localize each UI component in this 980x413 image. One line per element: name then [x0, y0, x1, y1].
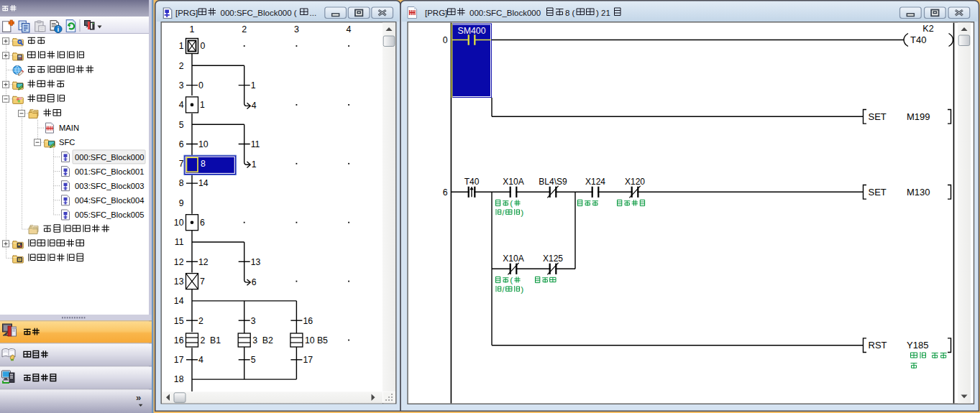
- svg-text:X120: X120: [625, 177, 645, 187]
- svg-text:»: »: [136, 392, 141, 403]
- svg-text:8 (: 8 (: [565, 9, 575, 17]
- svg-text:0: 0: [198, 80, 203, 91]
- svg-text:/: /: [503, 208, 505, 217]
- svg-text:T40: T40: [464, 177, 480, 187]
- svg-text:SFC: SFC: [59, 138, 75, 147]
- svg-text:4: 4: [252, 101, 257, 111]
- svg-text:10: 10: [198, 139, 209, 149]
- svg-text:): ): [521, 208, 523, 218]
- svg-text:MAIN: MAIN: [59, 124, 79, 132]
- svg-text:10: 10: [174, 218, 184, 228]
- svg-text:4: 4: [179, 100, 184, 110]
- svg-text:6: 6: [443, 187, 448, 198]
- svg-text:3: 3: [252, 335, 257, 345]
- svg-text:13: 13: [174, 277, 184, 287]
- svg-text:3: 3: [251, 316, 256, 326]
- svg-text:5: 5: [251, 355, 256, 365]
- svg-text:1: 1: [251, 80, 256, 91]
- svg-text:SM400: SM400: [458, 26, 486, 36]
- svg-text:15: 15: [174, 316, 184, 326]
- svg-text:[PRG]: [PRG]: [175, 9, 198, 17]
- svg-text:SET: SET: [869, 111, 887, 122]
- svg-text:005:SFC_Block005: 005:SFC_Block005: [75, 210, 144, 219]
- svg-text:X124: X124: [585, 177, 605, 187]
- svg-text:1: 1: [252, 159, 257, 170]
- svg-text:[PRG]: [PRG]: [425, 9, 447, 17]
- svg-text:8: 8: [179, 178, 184, 188]
- svg-text:10: 10: [305, 335, 315, 345]
- svg-text:5: 5: [179, 120, 184, 130]
- svg-text:) 21: ) 21: [596, 9, 610, 17]
- svg-text:9: 9: [179, 198, 184, 208]
- svg-text:X10A: X10A: [503, 254, 523, 264]
- svg-text:7: 7: [200, 277, 205, 287]
- svg-text:B2: B2: [262, 335, 273, 345]
- svg-text:BL4\S9: BL4\S9: [539, 177, 567, 187]
- svg-text:SET: SET: [869, 187, 887, 198]
- svg-text:14: 14: [174, 296, 184, 306]
- svg-text:1: 1: [190, 24, 195, 34]
- svg-text:4: 4: [198, 355, 203, 365]
- svg-text:000:SFC_Block000: 000:SFC_Block000: [75, 153, 144, 162]
- svg-text:0: 0: [201, 41, 206, 51]
- svg-text:3: 3: [179, 80, 184, 91]
- svg-text:001:SFC_Block001: 001:SFC_Block001: [75, 167, 144, 176]
- svg-text:1: 1: [179, 41, 184, 51]
- svg-text:2: 2: [198, 316, 203, 326]
- svg-text:M130: M130: [907, 187, 930, 198]
- svg-text:16: 16: [174, 335, 184, 345]
- svg-text:(: (: [510, 198, 513, 208]
- svg-text:RST: RST: [869, 340, 887, 351]
- svg-text:(: (: [510, 275, 513, 285]
- svg-text:12: 12: [174, 257, 184, 267]
- svg-text:14: 14: [198, 178, 209, 188]
- svg-text:6: 6: [252, 277, 257, 287]
- svg-text:000:SFC_Block000: 000:SFC_Block000: [470, 9, 541, 17]
- svg-text:2: 2: [242, 24, 247, 34]
- svg-text:13: 13: [251, 257, 261, 267]
- svg-text:Y185: Y185: [907, 340, 928, 351]
- svg-text:B1: B1: [210, 335, 221, 345]
- svg-text:1: 1: [200, 100, 205, 110]
- svg-text:K2: K2: [922, 24, 933, 34]
- svg-text:0: 0: [443, 35, 448, 45]
- svg-text:11: 11: [251, 139, 260, 149]
- svg-text:18: 18: [174, 374, 184, 384]
- svg-text:4: 4: [347, 24, 352, 34]
- svg-text:T40: T40: [910, 34, 926, 45]
- svg-text:M199: M199: [907, 111, 930, 122]
- svg-text:6: 6: [200, 218, 205, 228]
- svg-text:...: ...: [310, 9, 317, 17]
- svg-text:3: 3: [294, 24, 299, 34]
- svg-text:6: 6: [179, 139, 184, 149]
- svg-text:12: 12: [198, 257, 209, 267]
- svg-text:003:SFC_Block003: 003:SFC_Block003: [75, 182, 144, 190]
- svg-text:B5: B5: [317, 335, 328, 345]
- svg-text:17: 17: [174, 355, 184, 365]
- svg-text:): ): [521, 284, 523, 294]
- svg-text:7: 7: [179, 159, 184, 169]
- svg-text:/: /: [503, 285, 505, 294]
- svg-text:X125: X125: [543, 254, 563, 264]
- svg-text:8: 8: [201, 159, 206, 169]
- svg-text:16: 16: [303, 316, 313, 326]
- svg-text:i: i: [58, 25, 60, 33]
- svg-text:2: 2: [201, 335, 206, 345]
- svg-text:X10A: X10A: [503, 177, 523, 187]
- svg-text:17: 17: [303, 355, 313, 365]
- svg-text:000:SFC_Block000 (: 000:SFC_Block000 (: [221, 9, 297, 17]
- svg-text:11: 11: [175, 237, 184, 247]
- svg-text:004:SFC_Block004: 004:SFC_Block004: [75, 196, 144, 205]
- svg-text:2: 2: [179, 61, 184, 71]
